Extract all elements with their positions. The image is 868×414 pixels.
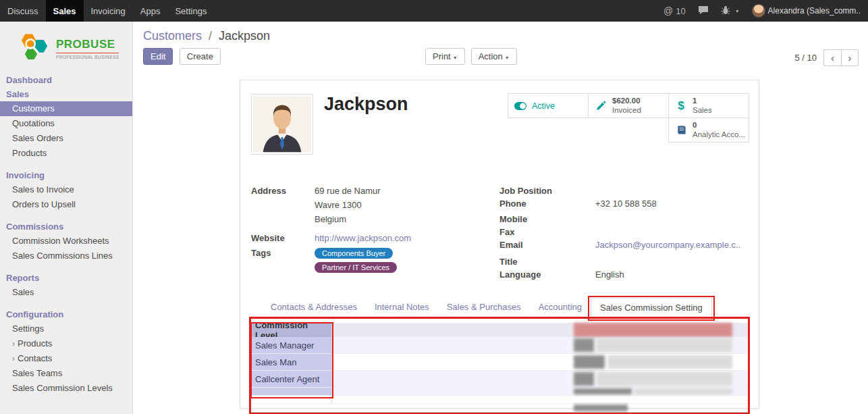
- commission-level-cell: [251, 388, 332, 395]
- commission-row-sales-man[interactable]: Sales Man: [251, 354, 748, 371]
- commission-level-cell[interactable]: Sales Man: [251, 354, 332, 370]
- sidebar-item-config-contacts[interactable]: ›Contacts: [0, 351, 132, 366]
- commission-level-cell: [251, 396, 332, 403]
- tab-contacts-addresses[interactable]: Contacts & Addresses: [262, 298, 366, 317]
- pager: 5 / 10 ‹ ›: [794, 49, 859, 66]
- sidebar-item-sales-teams[interactable]: Sales Teams: [0, 366, 132, 381]
- phone-label: Phone: [499, 199, 595, 209]
- redacted-content: [574, 355, 605, 369]
- form-fields: Address 69 rue de Namur Wavre 1300 Belgi…: [251, 186, 748, 287]
- chevron-down-icon: ▼: [735, 9, 740, 14]
- pager-next-button[interactable]: ›: [841, 49, 859, 66]
- website-link[interactable]: http://www.jackpson.com: [315, 233, 411, 243]
- sidebar-header-commissions[interactable]: Commissions: [0, 219, 132, 234]
- customer-photo-image: [253, 96, 311, 153]
- stat-invoiced-label: Invoiced: [612, 106, 641, 115]
- menu-apps[interactable]: Apps: [133, 0, 168, 22]
- create-button[interactable]: Create: [180, 48, 221, 65]
- redacted-header-cell: [332, 323, 748, 337]
- commission-row-empty[interactable]: [251, 388, 748, 396]
- stat-invoiced-button[interactable]: $620.00 Invoiced: [588, 93, 669, 118]
- address-value[interactable]: 69 rue de Namur Wavre 1300 Belgium: [315, 186, 381, 228]
- sidebar-item-config-products[interactable]: ›Products: [0, 336, 132, 351]
- email-link[interactable]: Jackpson@yourcompany.example.c..: [595, 240, 740, 250]
- stat-sales-button[interactable]: $ 1 Sales: [668, 93, 749, 118]
- mobile-label: Mobile: [499, 214, 595, 224]
- sidebar-header-dashboard[interactable]: Dashboard: [0, 73, 132, 87]
- control-panel: Edit Create Print▼ Action▼ 5 / 10 ‹ ›: [134, 48, 868, 74]
- notebook-tabs: Contacts & Addresses Internal Notes Sale…: [251, 298, 748, 318]
- sidebar-item-sales-commissions-lines[interactable]: Sales Commissions Lines: [0, 249, 132, 263]
- edit-button[interactable]: Edit: [143, 48, 173, 65]
- debug-menu-button[interactable]: ▼: [715, 0, 746, 22]
- sidebar-item-orders-to-upsell[interactable]: Orders to Upsell: [0, 197, 132, 212]
- control-panel-actions: Print▼ Action▼: [425, 48, 517, 65]
- action-dropdown[interactable]: Action▼: [471, 48, 517, 65]
- menu-discuss[interactable]: Discuss: [0, 0, 46, 22]
- stat-active-label: Active: [532, 101, 555, 111]
- sidebar-item-reports-sales[interactable]: Sales: [0, 285, 132, 300]
- redacted-content: [607, 355, 732, 369]
- breadcrumb-customers-link[interactable]: Customers: [143, 29, 202, 43]
- sidebar-item-quotations[interactable]: Quotations: [0, 116, 132, 131]
- sidebar-item-customers[interactable]: Customers: [0, 101, 132, 116]
- commission-row-sales-manager[interactable]: Sales Manager: [251, 337, 748, 354]
- form-header: Jackpson Active $620.00: [251, 94, 748, 164]
- commission-row-callcenter-agent[interactable]: Callcenter Agent: [251, 371, 748, 388]
- sidebar-item-commission-worksheets[interactable]: Commission Worksheets: [0, 234, 132, 249]
- stat-button-group: Active $620.00 Invoiced $: [508, 94, 749, 143]
- stat-analytic-button[interactable]: 0 Analytic Acco...: [668, 118, 749, 143]
- tab-internal-notes[interactable]: Internal Notes: [366, 298, 438, 317]
- sidebar-item-sales-commission-levels[interactable]: Sales Commission Levels: [0, 381, 132, 396]
- pager-prev-button[interactable]: ‹: [823, 49, 841, 66]
- redacted-content: [597, 372, 732, 386]
- commission-level-cell[interactable]: Callcenter Agent: [251, 371, 332, 387]
- action-label: Action: [479, 51, 503, 61]
- phone-value[interactable]: +32 10 588 558: [595, 199, 657, 209]
- redacted-cell: [332, 354, 748, 370]
- messages-button[interactable]: [692, 0, 715, 22]
- menu-sales[interactable]: Sales: [46, 0, 84, 22]
- print-dropdown[interactable]: Print▼: [425, 48, 465, 65]
- language-value[interactable]: English: [595, 269, 624, 280]
- commission-level-column-header[interactable]: Commission Level: [251, 323, 332, 337]
- redacted-content: [597, 338, 732, 352]
- sidebar-item-sales-to-invoice[interactable]: Sales to Invoice: [0, 182, 132, 197]
- chat-icon: [698, 5, 709, 17]
- app-window: Discuss Sales Invoicing Apps Settings @ …: [0, 0, 868, 414]
- fax-label: Fax: [499, 227, 595, 237]
- sidebar-item-sales-orders[interactable]: Sales Orders: [0, 131, 132, 146]
- sidebar-header-sales[interactable]: Sales: [0, 87, 132, 101]
- tab-sales-commission-setting[interactable]: Sales Commission Setting: [591, 298, 712, 318]
- stat-sales-label: Sales: [693, 106, 712, 115]
- title-label: Title: [499, 257, 595, 267]
- tab-sales-purchases[interactable]: Sales & Purchases: [438, 298, 530, 317]
- fields-right-column: Job Position Phone +32 10 588 558 Mobile…: [499, 186, 748, 287]
- sidebar-header-invoicing[interactable]: Invoicing: [0, 168, 132, 182]
- sidebar-item-products[interactable]: Products: [0, 146, 132, 161]
- stat-active-button[interactable]: Active: [508, 93, 589, 118]
- print-label: Print: [433, 51, 451, 61]
- sidebar-header-reports[interactable]: Reports: [0, 271, 132, 285]
- menu-settings[interactable]: Settings: [167, 0, 214, 22]
- sidebar-item-settings[interactable]: Settings: [0, 321, 132, 336]
- redacted-content: [574, 388, 632, 394]
- sidebar-header-configuration[interactable]: Configuration: [0, 307, 132, 321]
- tag-partner-it-services[interactable]: Partner / IT Services: [315, 262, 397, 273]
- stat-sales-value: 1: [693, 97, 712, 106]
- commission-row-empty[interactable]: [251, 396, 748, 404]
- tag-components-buyer[interactable]: Components Buyer: [315, 248, 393, 259]
- commission-level-cell[interactable]: Sales Manager: [251, 337, 332, 353]
- user-menu[interactable]: Alexandra (Sales_comm..: [746, 0, 867, 22]
- commission-table-header-row: Commission Level: [251, 323, 748, 337]
- toggle-icon: [514, 101, 527, 111]
- customer-photo[interactable]: [251, 94, 313, 155]
- probuse-logo-icon: [18, 30, 51, 68]
- menu-invoicing[interactable]: Invoicing: [84, 0, 133, 22]
- breadcrumb-separator: /: [209, 29, 212, 43]
- probuse-logo[interactable]: PROBUSE PROFESSIONAL BUSINESS: [0, 22, 132, 73]
- tab-accounting[interactable]: Accounting: [530, 298, 591, 317]
- mentions-button[interactable]: @ 10: [657, 0, 692, 22]
- address-line: Belgium: [315, 214, 381, 224]
- redacted-content: [634, 388, 732, 394]
